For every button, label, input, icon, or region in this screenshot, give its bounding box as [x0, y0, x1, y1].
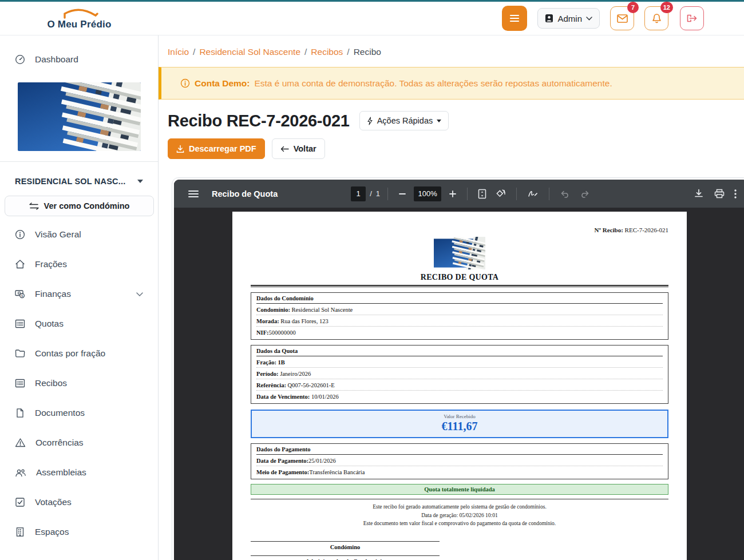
- brand-name: O Meu Prédio: [48, 19, 112, 30]
- receipt-number-label: Nº Recibo:: [594, 227, 623, 233]
- sidebar-item-quotas[interactable]: Quotas: [0, 309, 158, 339]
- arrow-left-icon: [280, 146, 289, 152]
- back-label: Voltar: [294, 144, 316, 153]
- pdf-double-rule: [251, 285, 668, 287]
- exclamation-triangle-icon: [15, 438, 26, 448]
- signature-administrador: Administrador do Condomínio: [251, 555, 440, 560]
- zoom-level[interactable]: 100%: [414, 186, 441, 201]
- fit-to-page-button[interactable]: [478, 189, 486, 199]
- sidebar-item-espacos[interactable]: Espaços: [0, 517, 158, 547]
- pdf-row: Referência: Q007-56-202601-E: [256, 379, 663, 391]
- toolbar-divider: [387, 188, 388, 200]
- zoom-out-button[interactable]: [398, 190, 406, 198]
- redo-button[interactable]: [580, 190, 590, 198]
- sidebar-item-ocorrencias[interactable]: Ocorrências: [0, 428, 158, 458]
- app-logo[interactable]: O Meu Prédio: [48, 6, 112, 30]
- sidebar-item-label: Ocorrências: [35, 438, 84, 448]
- messages-button[interactable]: 7: [610, 6, 634, 30]
- sidebar-item-fracoes[interactable]: Frações: [0, 249, 158, 279]
- more-options-button[interactable]: [734, 189, 737, 198]
- pdf-viewer-body[interactable]: Nº Recibo: REC-7-2026-021 RECIBO DE QUOT…: [174, 208, 744, 560]
- view-as-condomino-button[interactable]: Ver como Condómino: [5, 196, 154, 216]
- receipt-number-value: REC-7-2026-021: [625, 227, 668, 233]
- sidebar: Dashboard RESIDENCIAL SOL NASC... Ver co…: [0, 35, 159, 560]
- pdf-footer: Este recibo foi gerado automaticamente p…: [251, 503, 668, 528]
- condo-name: RESIDENCIAL SOL NASC...: [15, 177, 125, 186]
- card-list-icon: [15, 319, 25, 329]
- pdf-row: Data de Vencimento: 10/01/2026: [256, 391, 663, 402]
- sidebar-item-label: Contas por fração: [35, 348, 105, 359]
- toolbar-divider: [467, 188, 468, 200]
- print-button[interactable]: [714, 189, 725, 198]
- sidebar-item-financas[interactable]: $ Finanças: [0, 279, 158, 309]
- alert-title: Conta Demo:: [195, 78, 250, 89]
- download-pdf-button[interactable]: Descarregar PDF: [168, 138, 265, 159]
- undo-button[interactable]: [560, 190, 570, 198]
- breadcrumb-link-recibos[interactable]: Recibos: [311, 47, 343, 57]
- sidebar-item-contas-por-fracao[interactable]: Contas por fração: [0, 339, 158, 368]
- pdf-row: Data de Pagamento:25/01/2026: [256, 455, 663, 466]
- pdf-section-title: Dados do Pagamento: [256, 446, 663, 455]
- viewer-download-button[interactable]: [694, 189, 703, 198]
- pdf-section-title: Dados da Quota: [256, 348, 663, 356]
- download-pdf-label: Descarregar PDF: [189, 144, 256, 153]
- logout-button[interactable]: [680, 6, 704, 30]
- sidebar-item-label: Dashboard: [35, 54, 78, 65]
- sidebar-item-documentos[interactable]: Documentos: [0, 398, 158, 428]
- chevron-down-icon: [586, 17, 592, 21]
- hamburger-icon: [188, 190, 199, 198]
- page-number-input[interactable]: [351, 186, 366, 201]
- admin-menu-button[interactable]: Admin: [537, 8, 600, 29]
- pdf-footer-rule: [251, 499, 668, 499]
- pdf-viewer: Recibo de Quota / 1 100%: [174, 180, 744, 560]
- sidebar-item-label: Frações: [35, 259, 67, 269]
- annotate-button[interactable]: [527, 189, 539, 198]
- pdf-footer-line: Este recibo foi gerado automaticamente p…: [251, 503, 668, 511]
- swap-arrows-icon: [29, 202, 39, 210]
- pdf-viewer-card: Recibo de Quota / 1 100%: [172, 177, 744, 560]
- quick-actions-button[interactable]: Ações Rápidas: [359, 111, 449, 130]
- sidebar-toggle-button[interactable]: [502, 6, 527, 31]
- condo-selector[interactable]: RESIDENCIAL SOL NASC...: [15, 177, 143, 186]
- bell-icon: [652, 13, 662, 23]
- check-square-icon: [15, 497, 25, 507]
- toolbar-divider: [549, 188, 549, 200]
- printer-icon: [714, 189, 725, 198]
- back-button[interactable]: Voltar: [272, 138, 325, 159]
- caret-down-icon: [137, 180, 143, 183]
- pdf-section-quota: Dados da Quota Fração: 1B Período: Janei…: [251, 345, 668, 404]
- building-icon: [15, 527, 25, 537]
- notifications-button[interactable]: 12: [644, 6, 668, 30]
- condo-photo: [18, 82, 141, 151]
- pdf-section-title: Dados do Condomínio: [256, 295, 663, 304]
- sidebar-item-label: Finanças: [35, 289, 71, 299]
- sidebar-item-visao-geral[interactable]: Visão Geral: [0, 220, 158, 249]
- logout-icon: [687, 14, 698, 23]
- page-total: 1: [376, 189, 380, 198]
- notifications-badge: 12: [660, 2, 673, 13]
- sidebar-item-recibos[interactable]: Recibos: [0, 368, 158, 398]
- rotate-button[interactable]: [495, 189, 506, 199]
- pen-squiggle-icon: [527, 189, 539, 198]
- pdf-row: Morada: Rua das Flores, 123: [256, 315, 663, 327]
- valor-amount: €111,67: [252, 420, 667, 433]
- cash-coin-icon: $: [15, 289, 25, 299]
- sidebar-item-assembleias[interactable]: Assembleias: [0, 458, 158, 487]
- breadcrumb-link-condominio[interactable]: Residencial Sol Nascente: [199, 47, 300, 57]
- pdf-status-bar: Quota totalmente liquidada: [251, 484, 668, 495]
- sidebar-item-label: Quotas: [35, 319, 64, 329]
- envelope-icon: [617, 14, 628, 23]
- zoom-in-button[interactable]: [449, 190, 457, 198]
- fit-page-icon: [478, 189, 486, 199]
- viewer-menu-button[interactable]: [188, 190, 199, 198]
- sidebar-item-votacoes[interactable]: Votações: [0, 487, 158, 517]
- pdf-row: Período: Janeiro/2026: [256, 368, 663, 379]
- breadcrumb-link-inicio[interactable]: Início: [168, 47, 189, 57]
- sidebar-item-dashboard[interactable]: Dashboard: [0, 46, 158, 73]
- main-content: Início/Residencial Sol Nascente/Recibos/…: [159, 35, 744, 560]
- three-dots-vertical-icon: [734, 189, 737, 198]
- info-circle-icon: [15, 229, 25, 240]
- page-title: Recibo REC-7-2026-021: [168, 112, 350, 130]
- file-icon: [15, 408, 25, 418]
- pdf-row: Fração: 1B: [256, 356, 663, 368]
